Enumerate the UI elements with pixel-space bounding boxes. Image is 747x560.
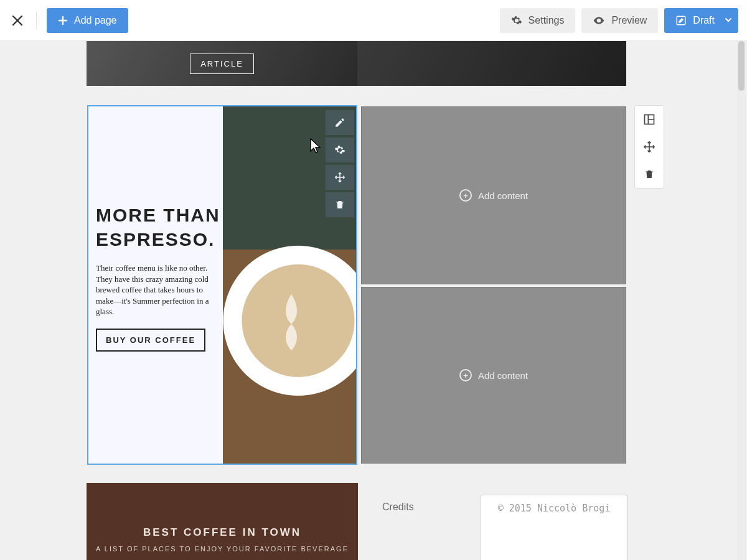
block-heading: MORE THAN ESPRESSO. bbox=[96, 203, 220, 251]
settings-button[interactable]: Settings bbox=[500, 8, 576, 33]
content-block-espresso[interactable]: MORE THAN ESPRESSO. Their coffee menu is… bbox=[87, 105, 357, 465]
block-text-column: MORE THAN ESPRESSO. Their coffee menu is… bbox=[96, 203, 220, 352]
trash-icon bbox=[334, 199, 345, 210]
buy-coffee-button[interactable]: BUY OUR COFFEE bbox=[96, 329, 205, 352]
preview-button[interactable]: Preview bbox=[581, 8, 658, 33]
credits-label: Credits bbox=[382, 502, 414, 513]
hero-cta-button[interactable]: ARTICLE bbox=[190, 54, 254, 74]
edit-tool-settings[interactable] bbox=[326, 138, 354, 162]
plus-circle-icon: + bbox=[459, 369, 472, 381]
edit-tool-delete[interactable] bbox=[326, 192, 354, 217]
side-move-button[interactable] bbox=[635, 133, 664, 161]
pencil-icon bbox=[334, 117, 345, 128]
hero-block-preview[interactable]: ARTICLE bbox=[87, 41, 626, 86]
preview-label: Preview bbox=[611, 15, 647, 26]
edit-tool-pencil[interactable] bbox=[326, 110, 354, 135]
plus-circle-icon: + bbox=[459, 189, 472, 202]
content-placeholder-1[interactable]: + Add content bbox=[361, 106, 626, 284]
add-page-button[interactable]: Add page bbox=[47, 8, 128, 33]
layout-icon bbox=[643, 113, 655, 126]
move-icon bbox=[334, 172, 345, 183]
settings-label: Settings bbox=[529, 15, 565, 26]
plus-icon bbox=[58, 16, 68, 26]
content-placeholder-2[interactable]: + Add content bbox=[361, 287, 626, 464]
side-layout-button[interactable] bbox=[635, 106, 664, 133]
toolbar-divider bbox=[36, 12, 37, 29]
credits-input[interactable] bbox=[481, 495, 627, 560]
close-button[interactable] bbox=[9, 12, 26, 29]
close-icon bbox=[11, 14, 24, 27]
edit-tool-move[interactable] bbox=[326, 165, 354, 190]
vertical-scrollbar[interactable] bbox=[737, 41, 746, 560]
placeholder-label: Add content bbox=[478, 190, 528, 201]
draft-button[interactable]: Draft bbox=[664, 8, 738, 33]
scrollbar-thumb[interactable] bbox=[738, 41, 745, 91]
eye-icon bbox=[593, 14, 605, 27]
placeholder-label: Add content bbox=[478, 370, 528, 381]
footer-title: BEST COFFEE IN TOWN bbox=[87, 526, 358, 539]
add-page-label: Add page bbox=[74, 15, 117, 26]
top-toolbar: Add page Settings Preview Draft bbox=[0, 0, 747, 41]
edit-square-icon bbox=[675, 15, 687, 26]
latte-art-icon bbox=[254, 283, 329, 358]
block-side-panel bbox=[634, 105, 664, 189]
editor-canvas: ARTICLE MORE THAN ESPRESSO. Their coffee… bbox=[0, 41, 747, 560]
block-body: Their coffee menu is like no other. They… bbox=[96, 263, 220, 317]
side-delete-button[interactable] bbox=[635, 161, 664, 188]
gear-icon bbox=[334, 144, 345, 156]
move-icon bbox=[643, 141, 655, 153]
footer-card[interactable]: BEST COFFEE IN TOWN A LIST OF PLACES TO … bbox=[87, 483, 358, 560]
block-edit-tools bbox=[326, 110, 354, 217]
trash-icon bbox=[644, 169, 655, 180]
draft-label: Draft bbox=[693, 15, 715, 26]
chevron-down-icon[interactable] bbox=[725, 15, 732, 26]
footer-subtitle: A LIST OF PLACES TO ENJOY YOUR FAVORITE … bbox=[87, 545, 358, 553]
gear-icon bbox=[511, 15, 522, 26]
